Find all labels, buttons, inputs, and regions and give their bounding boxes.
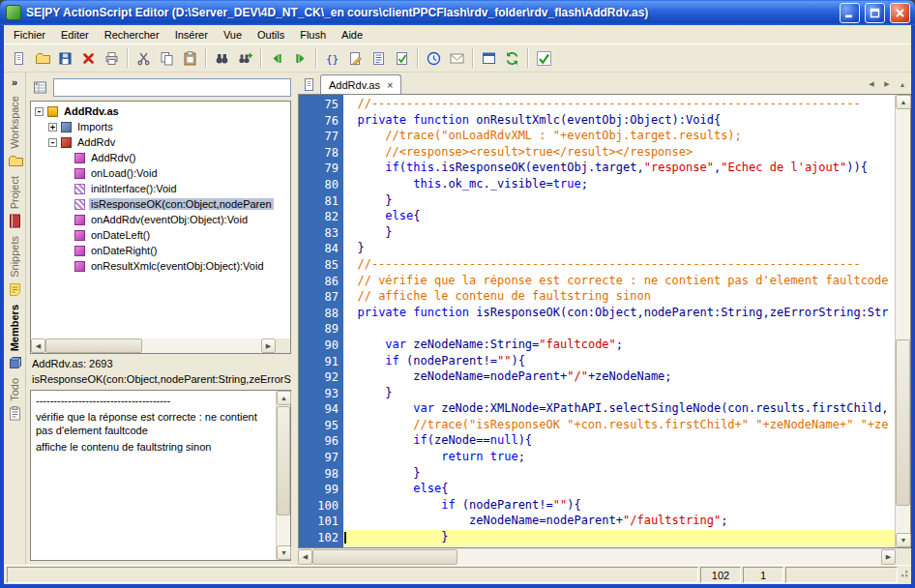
code-line-80[interactable]: this.ok_mc._visible=true;: [343, 177, 895, 193]
close-file-button[interactable]: [77, 47, 100, 70]
tree-item-addrdv-as[interactable]: -AddRdv.as: [33, 103, 290, 119]
menu-flush[interactable]: Flush: [292, 27, 334, 43]
code-line-87[interactable]: // affiche le contenu de faultstring sin…: [343, 289, 895, 306]
menu-vue[interactable]: Vue: [216, 27, 250, 43]
code-line-92[interactable]: zeNodeName=nodeParent+"/"+zeNodeName;: [343, 369, 895, 386]
code-line-75[interactable]: //--------------------------------------…: [343, 97, 895, 113]
code-line-97[interactable]: return true;: [343, 450, 895, 466]
tab-addrdv[interactable]: AddRdv.as ×: [320, 74, 401, 94]
code-line-89[interactable]: [343, 321, 895, 338]
tree-item-imports[interactable]: +Imports: [33, 119, 290, 134]
paste-button[interactable]: [179, 47, 201, 70]
menu-fichier[interactable]: Fichier: [6, 27, 53, 43]
format-code-button[interactable]: [344, 47, 367, 70]
menu-ins-rer[interactable]: Insérer: [167, 27, 216, 43]
code-line-78[interactable]: //<response><result>true</result></respo…: [343, 145, 895, 162]
collapse-icon[interactable]: -: [48, 138, 57, 147]
class-browser-icon[interactable]: [30, 77, 49, 97]
code-line-82[interactable]: else{: [343, 209, 895, 225]
scroll-track[interactable]: [312, 549, 881, 565]
rail-tab-workspace[interactable]: Workspace: [7, 96, 23, 169]
maximize-button[interactable]: [865, 3, 885, 23]
print-button[interactable]: [101, 47, 123, 70]
code-line-84[interactable]: }: [343, 241, 895, 257]
code-line-96[interactable]: if(zeNode==null){: [343, 433, 895, 450]
tree-item-ondateright[interactable]: onDateRight(): [33, 243, 290, 258]
code-line-77[interactable]: //trace("onLoadRdvXML : "+eventObj.targe…: [343, 129, 895, 145]
scroll-up-icon[interactable]: ▲: [896, 95, 911, 109]
syntax-check-button[interactable]: [391, 47, 413, 70]
menu-editer[interactable]: Editer: [53, 27, 97, 43]
tab-close-icon[interactable]: ×: [387, 80, 393, 90]
tree-item-onload[interactable]: onLoad():Void: [33, 165, 290, 181]
validate-button[interactable]: [533, 47, 555, 70]
scroll-right-icon[interactable]: ▶: [261, 338, 276, 353]
tab-scroll-left-button[interactable]: ◀: [865, 77, 878, 91]
tree-item-onaddrdv[interactable]: onAddRdv(eventObj:Object):Void: [33, 212, 290, 227]
collapse-icon[interactable]: -: [35, 107, 44, 116]
scroll-down-icon[interactable]: ▼: [896, 533, 911, 547]
code-line-95[interactable]: //trace("isResponseOK "+con.results.firs…: [343, 418, 895, 434]
tree-item-isresponseok[interactable]: isResponseOK(con:Object,nodeParen: [33, 196, 290, 212]
code-line-90[interactable]: var zeNodeName:String="faultcode";: [343, 338, 895, 354]
scroll-thumb[interactable]: [312, 549, 458, 565]
code-line-102[interactable]: }: [343, 530, 895, 546]
code-area[interactable]: //--------------------------------------…: [343, 95, 895, 547]
send-email-button[interactable]: [446, 47, 468, 70]
menu-aide[interactable]: Aide: [334, 27, 370, 43]
rail-tab-todo[interactable]: Todo: [7, 378, 23, 422]
tab-up-button[interactable]: ▲: [896, 77, 909, 91]
refresh-button[interactable]: [501, 47, 523, 70]
scroll-track[interactable]: [896, 109, 910, 533]
find-next-button[interactable]: [234, 47, 256, 70]
title-bar[interactable]: SE|PY ActionScript Editor (D:\Server_DEV…: [0, 0, 915, 25]
scroll-track[interactable]: [277, 405, 290, 545]
scroll-thumb[interactable]: [45, 338, 142, 353]
code-line-101[interactable]: zeNodeName=nodeParent+"/faultstring";: [343, 514, 895, 530]
resize-grip[interactable]: [899, 565, 909, 582]
rail-tab-members[interactable]: Members: [7, 305, 23, 371]
code-line-91[interactable]: if (nodeParent!=""){: [343, 354, 895, 370]
code-line-98[interactable]: }: [343, 466, 895, 483]
code-line-86[interactable]: // vérifie que la réponse est correcte :…: [343, 274, 895, 290]
save-button[interactable]: [54, 47, 76, 70]
open-file-button[interactable]: [31, 47, 53, 70]
scroll-track[interactable]: [45, 338, 261, 353]
code-line-83[interactable]: }: [343, 225, 895, 242]
indent-button[interactable]: [289, 47, 311, 70]
scroll-up-icon[interactable]: ▲: [277, 391, 291, 405]
minimize-button[interactable]: [840, 3, 860, 23]
braces-button[interactable]: {}: [321, 47, 343, 70]
copy-button[interactable]: [156, 47, 178, 70]
scroll-thumb[interactable]: [896, 339, 910, 506]
tab-scroll-right-button[interactable]: ▶: [880, 77, 894, 91]
scroll-left-icon[interactable]: ◀: [298, 549, 312, 565]
rail-tab-project[interactable]: Project: [7, 176, 23, 229]
code-line-100[interactable]: if (nodeParent!=""){: [343, 498, 895, 514]
scroll-down-icon[interactable]: ▼: [277, 545, 291, 560]
tree-item-onresultxmlc[interactable]: onResultXmlc(eventObj:Object):Void: [33, 258, 290, 274]
rail-tab-snippets[interactable]: Snippets: [7, 236, 23, 298]
code-line-99[interactable]: else{: [343, 482, 895, 498]
code-line-81[interactable]: }: [343, 193, 895, 210]
code-line-79[interactable]: if(this.isResponseOK(eventObj.target,"re…: [343, 161, 895, 177]
scroll-thumb[interactable]: [277, 406, 290, 515]
compile-button[interactable]: [423, 47, 445, 70]
menu-rechercher[interactable]: Rechercher: [97, 27, 167, 43]
tree-item-initinterface[interactable]: initInterface():Void: [33, 181, 290, 196]
tree-item-addrdv[interactable]: -AddRdv: [33, 134, 290, 150]
code-line-94[interactable]: var zeNode:XMLNode=XPathAPI.selectSingle…: [343, 401, 895, 418]
tree-item-addrdv[interactable]: AddRdv(): [33, 150, 290, 165]
preview-window-button[interactable]: [478, 47, 500, 70]
menu-outils[interactable]: Outils: [250, 27, 292, 43]
unindent-button[interactable]: [266, 47, 288, 70]
close-button[interactable]: [890, 3, 910, 23]
find-button[interactable]: [211, 47, 233, 70]
scroll-left-icon[interactable]: ◀: [31, 338, 45, 353]
code-line-93[interactable]: }: [343, 386, 895, 402]
code-line-76[interactable]: private function onResultXmlc(eventObj:O…: [343, 113, 895, 130]
code-line-85[interactable]: //--------------------------------------…: [343, 257, 895, 274]
new-file-button[interactable]: [8, 47, 30, 70]
expand-icon[interactable]: +: [48, 123, 57, 132]
code-line-88[interactable]: private function isResponseOK(con:Object…: [343, 306, 895, 322]
